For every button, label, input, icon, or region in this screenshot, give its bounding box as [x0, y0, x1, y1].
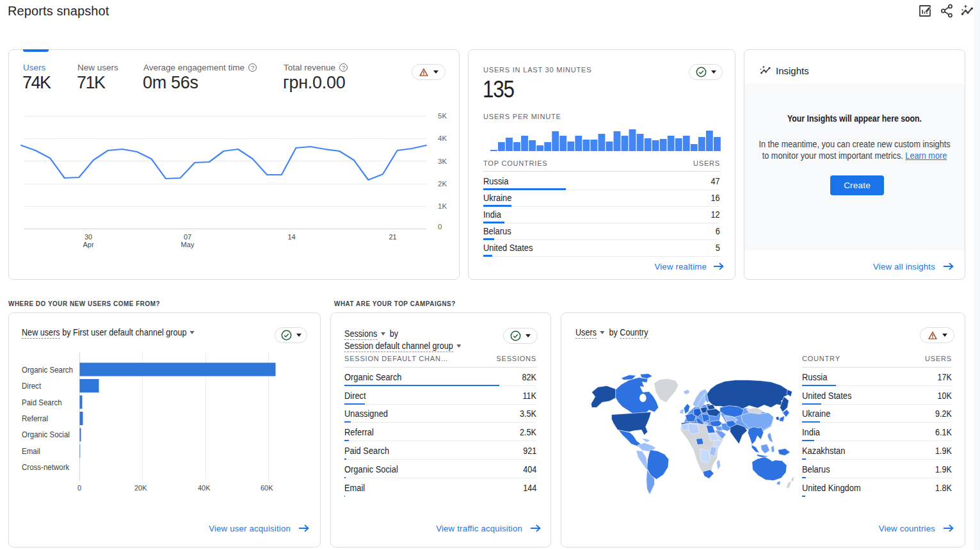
svg-text:2K: 2K	[438, 180, 447, 188]
svg-text:4K: 4K	[438, 134, 447, 142]
svg-text:0: 0	[438, 223, 442, 231]
svg-text:3K: 3K	[438, 158, 447, 165]
svg-text:5K: 5K	[438, 112, 447, 120]
svg-text:1K: 1K	[438, 202, 447, 210]
